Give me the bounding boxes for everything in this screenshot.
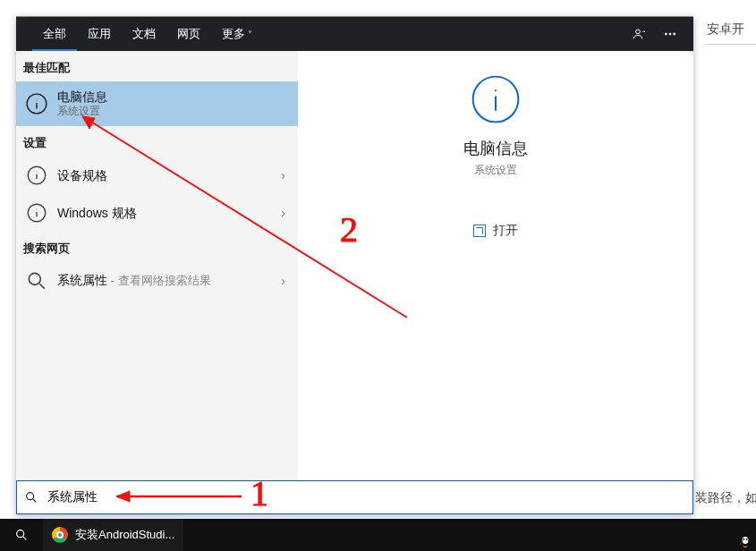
svg-point-26 bbox=[17, 530, 24, 538]
info-icon bbox=[25, 201, 48, 225]
open-label: 打开 bbox=[493, 223, 518, 239]
tab-more[interactable]: 更多 bbox=[211, 17, 263, 51]
chevron-right-icon: › bbox=[281, 274, 285, 288]
detail-title: 电脑信息 bbox=[298, 138, 693, 159]
taskbar-app-title: 安装AndroidStudi... bbox=[75, 527, 174, 543]
svg-line-14 bbox=[39, 284, 44, 288]
search-icon bbox=[24, 490, 38, 504]
open-action[interactable]: 打开 bbox=[473, 223, 518, 239]
svg-line-27 bbox=[23, 537, 26, 539]
result-title: Windows 规格 bbox=[57, 205, 137, 221]
section-web: 搜索网页 bbox=[16, 232, 298, 262]
svg-point-0 bbox=[636, 30, 641, 34]
people-icon[interactable] bbox=[633, 27, 647, 41]
more-icon[interactable] bbox=[663, 27, 677, 41]
section-best-match: 最佳匹配 bbox=[16, 51, 298, 81]
chevron-right-icon: › bbox=[281, 168, 285, 182]
search-icon bbox=[25, 269, 48, 292]
result-title: 系统属性 - 查看网络搜索结果 bbox=[57, 272, 211, 289]
taskbar-search-button[interactable] bbox=[0, 519, 43, 551]
section-settings: 设置 bbox=[16, 126, 298, 157]
qq-tray-icon[interactable] bbox=[737, 532, 753, 548]
open-icon bbox=[473, 225, 486, 237]
search-panel-header: 全部 应用 文档 网页 更多 bbox=[16, 17, 693, 51]
result-title: 电脑信息 bbox=[57, 89, 107, 105]
background-bottom-text: 装路径，如 bbox=[695, 490, 756, 506]
svg-point-31 bbox=[746, 538, 748, 540]
background-right-text: 安卓开 bbox=[707, 18, 756, 55]
chrome-icon bbox=[52, 527, 68, 543]
svg-point-2 bbox=[669, 33, 671, 35]
tab-docs[interactable]: 文档 bbox=[122, 17, 166, 51]
detail-subtitle: 系统设置 bbox=[298, 163, 693, 178]
svg-point-18 bbox=[27, 493, 34, 500]
chevron-right-icon: › bbox=[281, 206, 285, 220]
result-windows-spec[interactable]: Windows 规格 › bbox=[16, 194, 298, 232]
result-subtitle: 系统设置 bbox=[57, 105, 107, 119]
result-best-match[interactable]: 电脑信息 系统设置 bbox=[16, 81, 298, 126]
svg-point-1 bbox=[665, 33, 667, 35]
svg-point-3 bbox=[674, 33, 675, 35]
tab-apps[interactable]: 应用 bbox=[77, 17, 122, 51]
result-web-search[interactable]: 系统属性 - 查看网络搜索结果 › bbox=[16, 262, 298, 300]
svg-line-19 bbox=[33, 499, 36, 502]
detail-column: 电脑信息 系统设置 打开 bbox=[298, 51, 693, 481]
search-input[interactable] bbox=[47, 490, 692, 504]
info-icon bbox=[25, 164, 48, 187]
search-bar[interactable] bbox=[16, 480, 693, 514]
search-panel: 全部 应用 文档 网页 更多 最佳匹配 电脑信息 系统设置 bbox=[16, 16, 693, 514]
result-title: 设备规格 bbox=[57, 167, 107, 183]
result-device-spec[interactable]: 设备规格 › bbox=[16, 157, 298, 194]
svg-point-13 bbox=[29, 273, 40, 284]
detail-info-icon bbox=[470, 73, 522, 125]
svg-point-30 bbox=[743, 538, 744, 540]
tab-all[interactable]: 全部 bbox=[32, 17, 77, 51]
svg-point-29 bbox=[743, 537, 749, 544]
taskbar-app-chrome[interactable]: 安装AndroidStudi... bbox=[43, 519, 183, 551]
tab-web[interactable]: 网页 bbox=[166, 17, 211, 51]
results-column: 最佳匹配 电脑信息 系统设置 设置 设备规格 › bbox=[16, 51, 298, 481]
info-icon bbox=[25, 92, 48, 115]
taskbar: 安装AndroidStudi... bbox=[0, 519, 756, 551]
